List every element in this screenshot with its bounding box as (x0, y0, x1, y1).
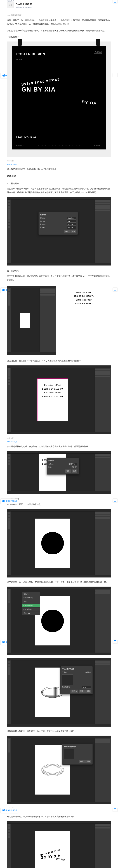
poster-footer-right: OUTPUT (94, 145, 102, 147)
paragraph: 我们先看看效果采用的海报设计形式，本书希望能够帮大家，便于大家理解如何应用该技术… (7, 29, 111, 33)
ai-screenshot-text-artboard (7, 286, 56, 355)
ai-screenshot-symbol-dialog: DESIGN BY XIAO YU DESIGN BY XIAO YU 符号选项… (7, 451, 111, 494)
ai-screenshot-circle (7, 509, 111, 578)
sample-text-line: DESIGN BY XIAO YU (60, 302, 108, 305)
source-label: 来自专栏 (7, 159, 111, 162)
paragraph: 优设上看到了一位文字环绕特效，一种活跃明显的字形设计、这样的设计方式不新鲜，简单… (7, 18, 111, 26)
doc-width-input[interactable] (67, 223, 76, 226)
depth-input[interactable] (82, 686, 91, 688)
ring-wireframe (41, 764, 64, 776)
zhihu-tab[interactable]: 知乎PS/UI/扫码课 (0, 808, 18, 813)
preview-checkbox[interactable]: 预览(V) (70, 689, 78, 693)
step-heading: 01 · 新建画布 (7, 182, 111, 185)
dialog-title: 3D 凸出和斜角选项 (62, 668, 91, 670)
binder-clip-icon (18, 39, 22, 45)
ok-button[interactable]: 确定 (79, 760, 85, 763)
black-circle-shape (41, 532, 64, 554)
poster-mockup: POSTER DESIGN 学员 作品 17 DAY 3xtra text ef… (7, 41, 111, 157)
zhihu-tab[interactable]: 知乎PS/UI/扫码课 (0, 498, 18, 504)
paragraph: 相下来创一个正圆，大小可以随意一点。 (7, 502, 111, 506)
source-label: 来自专栏 (7, 0, 14, 3)
symbol-options-dialog[interactable]: 符号选项 名称(N): 类型:动态符号 确定取消 (47, 458, 79, 474)
rotation-cube-icon[interactable] (62, 674, 73, 685)
expand-icon (114, 74, 116, 76)
ok-button[interactable]: 确定 (65, 469, 71, 473)
paragraph: 会出现对话框在勾选时，静态剪贴，没勾选则的就是导出的大象比较幻影等，前不再仔细阐… (7, 445, 111, 448)
dialog-title: 符号选项 (48, 460, 77, 462)
ok-button[interactable]: 确定 (64, 230, 70, 233)
article-category: 人人都是设计师篇 (7, 13, 111, 17)
ai-screenshot-symbol-drag: Extra text effect DESIGN BY XIAO YU Extr… (7, 365, 111, 434)
side-tab-right[interactable] (113, 0, 118, 3)
zhihu-logo-icon: 知乎 (2, 74, 5, 78)
side-tab-right[interactable] (113, 73, 118, 77)
sample-text-line: Extra text effect (60, 291, 108, 294)
cancel-button[interactable]: 取消 (85, 760, 91, 763)
ai-screenshot-3d-dialog: 3D 凸出和斜角选项 位置(P):自定旋转 凸出厚度(D): 预览(V)确定取消 (7, 658, 111, 726)
expand-icon (114, 499, 116, 502)
step-heading: 03 · 创建图形 (7, 498, 111, 501)
expand-icon (114, 288, 116, 291)
ring-with-text: 3xtra text effect GN BY XIA AO YB (40, 848, 65, 863)
page-subtitle: 设计小白学习必备课 (16, 6, 111, 9)
poster-footer-dots: · · · · · · · · · · · · · · · · · · · · … (38, 145, 80, 147)
ai-screenshot-wireframe: 3D 凸出和斜角选项 确定取消 (7, 736, 111, 804)
doc-name-input[interactable] (67, 217, 76, 219)
source-label: 来自专栏 (7, 807, 111, 810)
zhihu-logo-icon: 知乎 (2, 641, 5, 644)
expand-icon (114, 641, 116, 643)
zhihu-logo-icon: 知乎 (2, 288, 5, 292)
sample-text-line: Extra text effect (60, 299, 108, 302)
side-tab-right[interactable] (113, 640, 118, 644)
menu-item[interactable]: 扭曲和变换(D) (22, 596, 40, 600)
cancel-button[interactable]: 取消 (85, 689, 91, 693)
expand-icon (114, 808, 116, 811)
column-link[interactable]: PS/UI/扫码课 (7, 163, 111, 166)
column-link[interactable]: PS/UI/扫码课 (7, 810, 111, 813)
paragraph: 那么我们就来来说下主动翻译细效用人物打砺还摘取吧！ (7, 167, 111, 171)
doc-size-input[interactable] (67, 220, 76, 223)
side-tab-right[interactable] (113, 808, 118, 812)
menu-item[interactable]: 风格化(S) (22, 612, 40, 615)
figure-label: 「海报效果图」 (7, 35, 111, 39)
paragraph: 文案准备好，我们打开本单1中的窗口→符号，然后选择所有的文案拖拽到符号面板中 (7, 359, 111, 363)
poster-heading: POSTER DESIGN (16, 51, 102, 57)
zhihu-logo-icon: 知乎 (2, 499, 5, 503)
section-heading: 教程步骤 (7, 174, 111, 178)
menu-item-highlighted[interactable]: 凸出和斜角(E)... (22, 604, 40, 608)
extrude-bevel-dialog[interactable]: 3D 凸出和斜角选项 位置(P):自定旋转 凸出厚度(D): 预览(V)确定取消 (61, 666, 93, 694)
extrude-bevel-dialog[interactable]: 3D 凸出和斜角选项 确定取消 (62, 744, 93, 765)
column-link[interactable]: PS/UI/扫码课 (7, 440, 111, 443)
paragraph: 首先在AI中新建一个画布，大小可以根据自己的喜好随意设置，教程里采用的是A4纵向… (7, 187, 111, 194)
menu-item[interactable]: 变换(T)... (22, 592, 40, 596)
effect-menu-dropdown[interactable]: 变换(T)... 扭曲和变换(D) 3D(3) 凸出和斜角(E)... SVG … (22, 592, 40, 615)
zhihu-logo-icon: 知乎 (2, 808, 5, 812)
dialog-title: 新建文档 (40, 214, 76, 216)
cancel-button[interactable]: 取消 (70, 230, 76, 233)
ok-button[interactable]: 确定 (79, 689, 85, 693)
source-label: 来自专栏 (7, 437, 111, 440)
poster-date: FEB/RUARY 16 (16, 135, 37, 139)
rotation-cube-icon[interactable] (64, 749, 74, 759)
doc-height-input[interactable] (67, 226, 76, 229)
symbol-name-input[interactable] (68, 463, 77, 465)
paragraph: 确定完毕好不动。可以效果的调进原节印，直接对下该尺度效果效果原设置的 (7, 815, 111, 818)
paragraph: 将文字用样式输入来，将设置好想入的文字排列一遍，并用排列与左对齐，便于调整放大小… (7, 274, 111, 282)
text-layout-closeup: Extra text effect DESIGN BY XIAO YU Extr… (57, 286, 111, 355)
menu-item[interactable]: 3D(3) (22, 600, 40, 603)
sample-text-line: DESIGN BY XIAO YU (60, 294, 108, 298)
paragraph: 选中这国事→3D→凸出和斜角，在这里我们选择轮廓，位置、效果、则采用其滑都好放，… (7, 580, 111, 584)
poster-corner-badge: 学员 作品 (94, 51, 102, 54)
page-title: 人人都是设计师 (16, 2, 111, 6)
ai-screenshot-newdoc: 新建文档 名称(N): 大小(S): 宽度(W): 高度(H): 确定取消 (7, 197, 111, 266)
menu-item[interactable]: SVG 滤镜(G) (22, 608, 40, 611)
side-tab-right[interactable] (113, 287, 118, 291)
cancel-button[interactable]: 取消 (72, 469, 77, 473)
binder-clip-icon (96, 39, 100, 45)
new-document-dialog[interactable]: 新建文档 名称(N): 大小(S): 宽度(W): 高度(H): 确定取消 (39, 212, 78, 235)
paragraph: 参数设置好大致如图，随意即可，确认打算经济维效的，典型原理三圈，如图： (7, 729, 111, 733)
poster-sideinfo: 17 DAY (16, 59, 22, 61)
step-heading: 02 · 创建符号 (7, 269, 111, 273)
side-tab-right[interactable] (113, 498, 118, 502)
expand-icon (114, 0, 116, 2)
